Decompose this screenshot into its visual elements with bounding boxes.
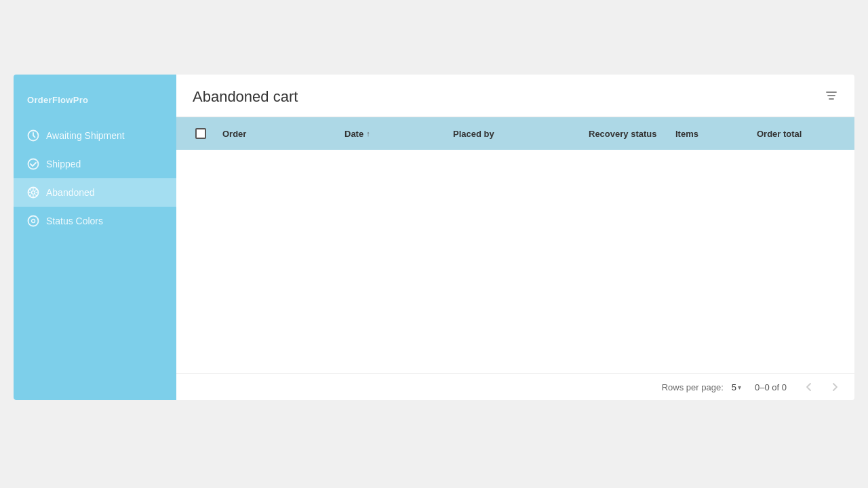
sidebar-item-label: Awaiting Shipment	[46, 130, 125, 141]
column-header-date[interactable]: Date ↑	[339, 129, 448, 139]
column-header-placed-by: Placed by	[448, 129, 583, 139]
column-header-recovery-status: Recovery status	[583, 129, 670, 139]
table-container: Order Date ↑ Placed by Recovery status I…	[176, 117, 854, 400]
table-footer: Rows per page: 5 ▾ 0–0 of 0	[176, 373, 854, 400]
column-header-order-total: Order total	[751, 129, 846, 139]
table-header: Order Date ↑ Placed by Recovery status I…	[176, 117, 854, 150]
pagination-next-button[interactable]	[826, 380, 844, 394]
app-logo: OrderFlowPro	[14, 88, 176, 121]
filter-icon[interactable]	[825, 89, 838, 106]
svg-point-4	[28, 216, 39, 226]
main-content: Abandoned cart Order Date	[176, 75, 854, 400]
svg-point-3	[32, 191, 35, 195]
select-all-checkbox-cell	[184, 128, 217, 139]
shipped-icon	[27, 158, 39, 170]
page-title: Abandoned cart	[193, 88, 298, 106]
sort-arrow-date: ↑	[366, 129, 370, 138]
pagination-range: 0–0 of 0	[755, 382, 787, 392]
column-header-order: Order	[217, 129, 339, 139]
rows-dropdown-arrow-icon: ▾	[738, 384, 741, 391]
gear-icon	[27, 186, 39, 199]
page-header: Abandoned cart	[176, 75, 854, 117]
rows-per-page-label: Rows per page:	[662, 382, 724, 392]
rows-per-page-select[interactable]: 5 ▾	[732, 382, 741, 392]
svg-point-5	[32, 220, 35, 223]
sidebar-item-awaiting-shipment[interactable]: Awaiting Shipment	[14, 121, 176, 150]
sidebar-item-status-colors[interactable]: Status Colors	[14, 207, 176, 235]
sidebar-item-abandoned[interactable]: Abandoned	[14, 178, 176, 207]
pagination-prev-button[interactable]	[800, 380, 818, 394]
sidebar-item-label: Abandoned	[46, 187, 95, 198]
rows-per-page-value: 5	[732, 382, 736, 392]
settings-icon	[27, 215, 39, 227]
column-header-items: Items	[670, 129, 751, 139]
sidebar-item-label: Status Colors	[46, 216, 103, 226]
empty-table-body	[176, 150, 854, 373]
sidebar-item-label: Shipped	[46, 159, 81, 169]
select-all-checkbox[interactable]	[195, 128, 206, 139]
sidebar: OrderFlowPro Awaiting Shipment Shipped	[14, 75, 176, 400]
clock-icon	[27, 129, 39, 142]
svg-point-1	[28, 159, 39, 169]
sidebar-item-shipped[interactable]: Shipped	[14, 150, 176, 178]
